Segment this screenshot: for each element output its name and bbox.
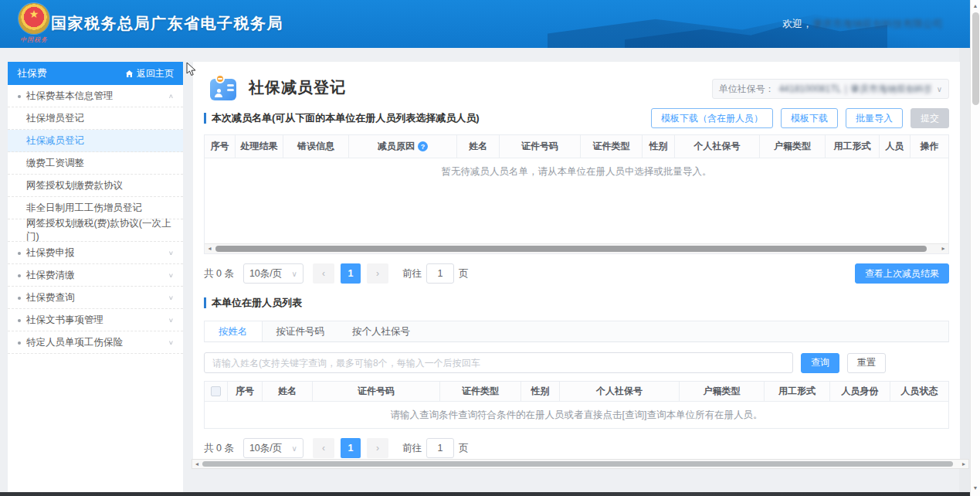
sidebar-item-document-mgmt[interactable]: 社保文书事项管理 ∨ xyxy=(8,309,183,331)
tab-by-personal-ssn[interactable]: 按个人社保号 xyxy=(338,321,424,341)
reset-button[interactable]: 重置 xyxy=(847,353,886,373)
sidebar-item-wage-adjust[interactable]: 缴费工资调整 xyxy=(8,152,183,175)
goto-page-input[interactable] xyxy=(426,438,454,458)
page-unit-label: 页 xyxy=(459,267,469,280)
column-header: 序号 xyxy=(228,382,263,402)
sidebar-item-basic-info-mgmt[interactable]: 社保费基本信息管理 ∧ xyxy=(8,85,183,107)
vertical-scrollbar-thumb[interactable] xyxy=(972,12,979,105)
table-header-row: 序号 处理结果 错误信息 减员原因 ? 姓名 证件号码 证件类型 性别 个人社保… xyxy=(205,135,948,158)
template-download-button[interactable]: 模板下载 xyxy=(781,108,838,128)
page-number-button[interactable]: 1 xyxy=(341,438,361,458)
sidebar-item-fee-settle[interactable]: 社保费清缴 ∨ xyxy=(8,264,183,287)
submit-button[interactable]: 提交 xyxy=(910,108,949,128)
sidebar-item-online-deduct-agreement[interactable]: 网签授权划缴费款协议 xyxy=(8,175,183,197)
insurer-number-label: 单位社保号： xyxy=(719,83,775,96)
sidebar-item-special-injury-insurance[interactable]: 特定人员单项工伤保险 ∨ xyxy=(8,331,183,354)
sidebar-item-reduce-staff[interactable]: 社保减员登记 xyxy=(8,130,183,152)
table1-scrollbar-thumb[interactable] xyxy=(215,246,927,252)
query-button[interactable]: 查询 xyxy=(801,353,839,373)
column-header: 处理结果 xyxy=(236,135,283,158)
scroll-down-arrow-icon[interactable]: ▼ xyxy=(971,484,980,493)
scroll-left-arrow-icon[interactable]: ◂ xyxy=(205,244,215,253)
page-horizontal-scrollbar[interactable]: ◂ ▸ xyxy=(192,459,969,469)
app-title: 国家税务总局广东省电子税务局 xyxy=(51,13,283,34)
home-icon xyxy=(125,70,134,78)
emblem-icon: ★ xyxy=(19,3,49,34)
welcome-name-masked: 肇庆市海纳双创科技有限公司 xyxy=(812,18,943,29)
page-scrollbar-thumb[interactable] xyxy=(202,461,953,467)
column-header: 个人社保号 xyxy=(560,382,680,402)
scroll-up-arrow-icon[interactable]: ▲ xyxy=(971,2,980,11)
column-header: 人员状态 xyxy=(890,382,948,402)
table-empty-space xyxy=(205,185,948,243)
sidebar-item-label: 网签授权划缴税(费)款协议(一次上门) xyxy=(26,217,174,243)
main-content: 社保减员登记 单位社保号： 4418100081TL｜肇庆市海纳双创科技 ∨ 本… xyxy=(193,62,960,460)
help-icon[interactable]: ? xyxy=(418,141,428,151)
sidebar-item-label: 社保费申报 xyxy=(26,246,75,260)
page-size-value: 10条/页 xyxy=(249,267,282,280)
chevron-down-icon: ∨ xyxy=(168,272,174,279)
column-header: 个人社保号 xyxy=(675,135,760,158)
chevron-down-icon: ∨ xyxy=(292,444,297,453)
column-header: 用工形式 xyxy=(765,382,830,402)
scroll-right-arrow-icon[interactable]: ▸ xyxy=(959,460,968,468)
sidebar-item-label: 社保文书事项管理 xyxy=(26,314,103,327)
column-header: 户籍类型 xyxy=(760,135,826,158)
batch-import-button[interactable]: 批量导入 xyxy=(846,108,903,128)
sidebar-item-label: 社保费基本信息管理 xyxy=(26,90,114,103)
chevron-down-icon: ∨ xyxy=(937,85,942,93)
page-number-button[interactable]: 1 xyxy=(341,263,361,284)
view-last-result-button[interactable]: 查看上次减员结果 xyxy=(855,263,949,284)
back-home-label: 返回主页 xyxy=(137,67,174,80)
welcome-prefix: 欢迎， xyxy=(782,18,812,29)
sidebar-item-add-staff[interactable]: 社保增员登记 xyxy=(8,107,183,130)
goto-label: 前往 xyxy=(402,267,422,280)
page-unit-label: 页 xyxy=(459,442,469,455)
pagination-1: 共 0 条 10条/页 ∨ ‹ 1 › 前往 页 查看上次减员结果 xyxy=(204,263,949,284)
scroll-left-arrow-icon[interactable]: ◂ xyxy=(192,460,202,468)
sidebar-item-fee-declare[interactable]: 社保费申报 ∨ xyxy=(8,242,183,264)
chevron-down-icon: ∨ xyxy=(168,250,174,256)
prev-page-button[interactable]: ‹ xyxy=(313,263,334,284)
page-size-select[interactable]: 10条/页 ∨ xyxy=(243,263,303,284)
inner-scroll-gutter xyxy=(959,48,970,493)
sidebar-item-onetime-deduct-agreement[interactable]: 网签授权划缴税(费)款协议(一次上门) xyxy=(8,219,183,242)
prev-page-button[interactable]: ‹ xyxy=(313,438,334,458)
column-header: 人员 xyxy=(880,135,910,158)
sidebar: 社保费 返回主页 社保费基本信息管理 ∧ 社保增员登记 社保减员登记 缴费工资调… xyxy=(8,62,183,493)
sidebar-item-parttime-injury-add[interactable]: 非全日制用工工伤增员登记 xyxy=(8,197,183,219)
column-header: 证件类型 xyxy=(440,382,521,402)
total-count: 共 0 条 xyxy=(204,442,234,455)
empty-state-text: 请输入查询条件查询符合条件的在册人员或者直接点击[查询]查询本单位所有在册人员。 xyxy=(205,402,948,428)
select-all-checkbox[interactable] xyxy=(211,386,221,396)
welcome-text: 欢迎，肇庆市海纳双创科技有限公司 xyxy=(782,17,943,31)
page-size-select[interactable]: 10条/页 ∨ xyxy=(243,438,303,458)
column-header: 序号 xyxy=(205,135,236,158)
column-header: 操作 xyxy=(910,135,948,158)
goto-page-input[interactable] xyxy=(426,263,454,284)
sidebar-item-label: 非全日制用工工伤增员登记 xyxy=(26,202,142,215)
column-header: 性别 xyxy=(643,135,675,158)
scroll-right-arrow-icon[interactable]: ▸ xyxy=(938,244,948,253)
insurer-number-select[interactable]: 单位社保号： 4418100081TL｜肇庆市海纳双创科技 ∨ xyxy=(712,79,949,99)
minus-badge-icon xyxy=(215,74,225,83)
search-input[interactable] xyxy=(204,352,793,373)
back-home-link[interactable]: 返回主页 xyxy=(125,67,174,80)
column-header: 用工形式 xyxy=(826,135,880,158)
sidebar-item-label: 网签授权划缴费款协议 xyxy=(26,179,123,192)
vertical-scrollbar[interactable]: ▲ ▼ xyxy=(970,0,980,496)
chevron-down-icon: ∨ xyxy=(168,339,174,346)
sidebar-title: 社保费 xyxy=(17,66,47,80)
template-download-with-staff-button[interactable]: 模板下载（含在册人员） xyxy=(651,108,773,128)
sidebar-item-fee-query[interactable]: 社保费查询 ∨ xyxy=(8,287,183,309)
taskbar-edge xyxy=(0,492,980,496)
next-page-button[interactable]: › xyxy=(367,438,388,458)
next-page-button[interactable]: › xyxy=(367,263,388,284)
select-all-cell xyxy=(205,382,228,402)
sidebar-header: 社保费 返回主页 xyxy=(8,62,183,85)
page-size-value: 10条/页 xyxy=(249,442,282,455)
tab-by-id-number[interactable]: 按证件号码 xyxy=(263,321,339,341)
table-header-row: 序号 姓名 证件号码 证件类型 性别 个人社保号 户籍类型 用工形式 人员身份 … xyxy=(205,382,948,402)
tab-by-name[interactable]: 按姓名 xyxy=(205,321,263,341)
table1-horizontal-scrollbar[interactable]: ◂ ▸ xyxy=(205,243,948,253)
